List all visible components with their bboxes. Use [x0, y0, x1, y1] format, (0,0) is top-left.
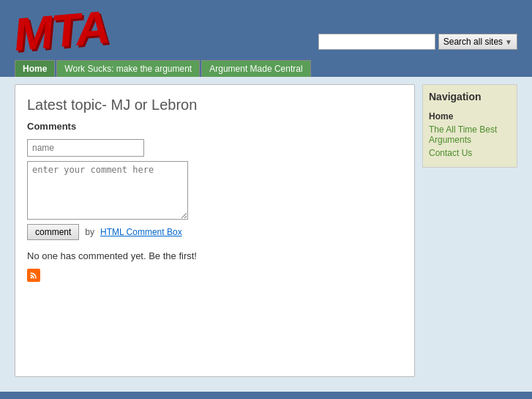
search-area: Search all sites ▼: [318, 34, 517, 60]
search-input[interactable]: [318, 34, 435, 50]
site-logo: MTA: [12, 4, 111, 64]
sidebar-item-home[interactable]: Home: [429, 111, 511, 122]
no-comments-text: No one has commented yet. Be the first!: [27, 250, 402, 261]
html-comment-box-link[interactable]: HTML Comment Box: [100, 227, 182, 237]
comment-button[interactable]: comment: [27, 224, 79, 240]
by-text: by: [85, 227, 94, 237]
name-input[interactable]: [27, 139, 144, 157]
comment-form: comment by HTML Comment Box: [27, 139, 402, 240]
topic-title: Latest topic- MJ or Lebron: [27, 97, 402, 113]
rss-icon[interactable]: [27, 269, 40, 282]
content-wrapper: Latest topic- MJ or Lebron Comments comm…: [0, 77, 532, 392]
svg-point-0: [31, 277, 33, 279]
search-button[interactable]: Search all sites ▼: [438, 34, 517, 50]
comment-textarea[interactable]: [27, 161, 188, 220]
comments-label: Comments: [27, 121, 402, 132]
header: MTA Search all sites ▼: [0, 0, 532, 60]
comment-submit-row: comment by HTML Comment Box: [27, 224, 402, 240]
main-panel: Latest topic- MJ or Lebron Comments comm…: [15, 84, 415, 377]
nav-tab-work-sucks[interactable]: Work Sucks: make the argument: [56, 60, 200, 77]
sidebar: Navigation Home The All Time Best Argume…: [422, 84, 517, 168]
nav-tabs: Home Work Sucks: make the argument Argum…: [0, 60, 532, 77]
sidebar-item-all-time-best[interactable]: The All Time Best Arguments: [429, 124, 511, 145]
nav-tab-argument[interactable]: Argument Made Central: [201, 60, 310, 77]
sidebar-item-contact-us[interactable]: Contact Us: [429, 148, 511, 158]
sidebar-title: Navigation: [429, 91, 511, 105]
search-button-label: Search all sites: [443, 37, 503, 47]
dropdown-arrow-icon: ▼: [505, 38, 512, 46]
